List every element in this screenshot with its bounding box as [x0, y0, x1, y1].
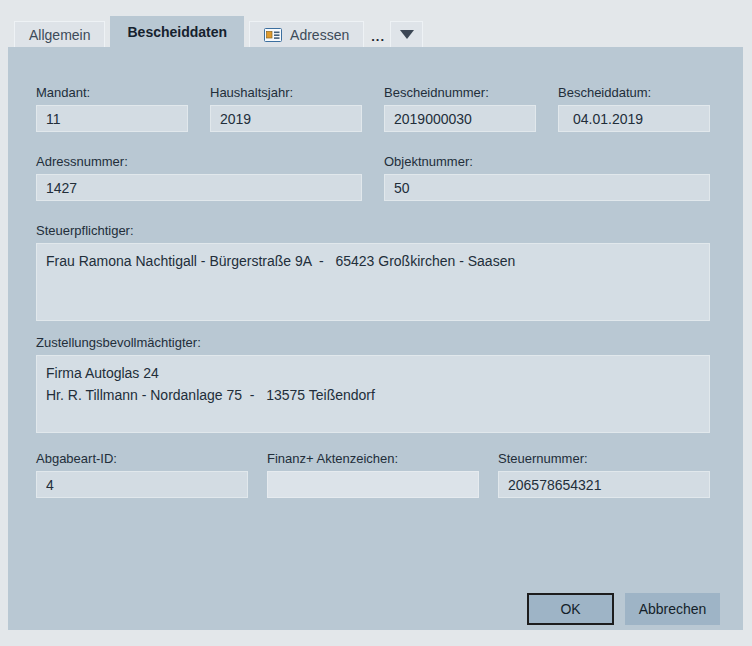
adressnummer-label: Adressnummer: [36, 154, 362, 169]
finanz-aktenzeichen-input[interactable] [267, 471, 479, 498]
field-group-objektnummer: Objektnummer: [384, 154, 710, 201]
mandant-input[interactable] [36, 105, 188, 132]
adressnummer-input[interactable] [36, 174, 362, 201]
tab-overflow-indicator: ... [371, 29, 385, 44]
bescheiddatum-input[interactable] [558, 105, 710, 132]
mandant-label: Mandant: [36, 85, 188, 100]
tab-allgemein[interactable]: Allgemein [14, 21, 105, 47]
field-group-adressnummer: Adressnummer: [36, 154, 362, 201]
zustellungsbevollmaechtigter-textarea[interactable]: Firma Autoglas 24 Hr. R. Tillmann - Nord… [36, 355, 710, 433]
abgabeart-id-label: Abgabeart-ID: [36, 451, 248, 466]
steuerpflichtiger-textarea[interactable]: Frau Ramona Nachtigall - Bürgerstraße 9A… [36, 243, 710, 321]
field-group-mandant: Mandant: [36, 85, 188, 132]
bescheiddaten-dialog: Allgemein Bescheiddaten Adressen ... [0, 0, 752, 646]
haushaltsjahr-label: Haushaltsjahr: [210, 85, 362, 100]
steuernummer-input[interactable] [498, 471, 710, 498]
field-group-bescheiddatum: Bescheiddatum: [558, 85, 710, 132]
chevron-down-icon [400, 30, 414, 39]
steuerpflichtiger-label: Steuerpflichtiger: [36, 223, 710, 238]
steuernummer-label: Steuernummer: [498, 451, 710, 466]
tab-allgemein-label: Allgemein [29, 27, 90, 43]
tab-bescheiddaten[interactable]: Bescheiddaten [110, 16, 244, 47]
haushaltsjahr-input[interactable] [210, 105, 362, 132]
tab-adressen-label: Adressen [290, 27, 349, 43]
ok-button[interactable]: OK [527, 593, 614, 625]
tab-list-dropdown-button[interactable] [390, 21, 423, 47]
address-card-icon [264, 28, 282, 42]
tab-adressen[interactable]: Adressen [249, 21, 364, 47]
field-group-zustellungsbevollmaechtigter: Zustellungsbevollmächtigter: Firma Autog… [36, 335, 710, 433]
field-group-steuerpflichtiger: Steuerpflichtiger: Frau Ramona Nachtigal… [36, 223, 710, 321]
field-group-finanz-aktenzeichen: Finanz+ Aktenzeichen: [267, 451, 479, 498]
cancel-button[interactable]: Abbrechen [625, 593, 720, 625]
bescheiddaten-panel: Mandant: Haushaltsjahr: Bescheidnummer: … [8, 47, 743, 630]
field-group-abgabeart-id: Abgabeart-ID: [36, 451, 248, 498]
finanz-aktenzeichen-label: Finanz+ Aktenzeichen: [267, 451, 479, 466]
field-group-steuernummer: Steuernummer: [498, 451, 710, 498]
abgabeart-id-input[interactable] [36, 471, 248, 498]
bescheidnummer-label: Bescheidnummer: [384, 85, 536, 100]
field-group-haushaltsjahr: Haushaltsjahr: [210, 85, 362, 132]
objektnummer-label: Objektnummer: [384, 154, 710, 169]
field-group-bescheidnummer: Bescheidnummer: [384, 85, 536, 132]
tab-bescheiddaten-label: Bescheiddaten [127, 24, 227, 40]
bescheiddatum-label: Bescheiddatum: [558, 85, 710, 100]
objektnummer-input[interactable] [384, 174, 710, 201]
zustellungsbevollmaechtigter-label: Zustellungsbevollmächtigter: [36, 335, 710, 350]
tab-bar: Allgemein Bescheiddaten Adressen ... [14, 0, 423, 47]
bescheidnummer-input[interactable] [384, 105, 536, 132]
